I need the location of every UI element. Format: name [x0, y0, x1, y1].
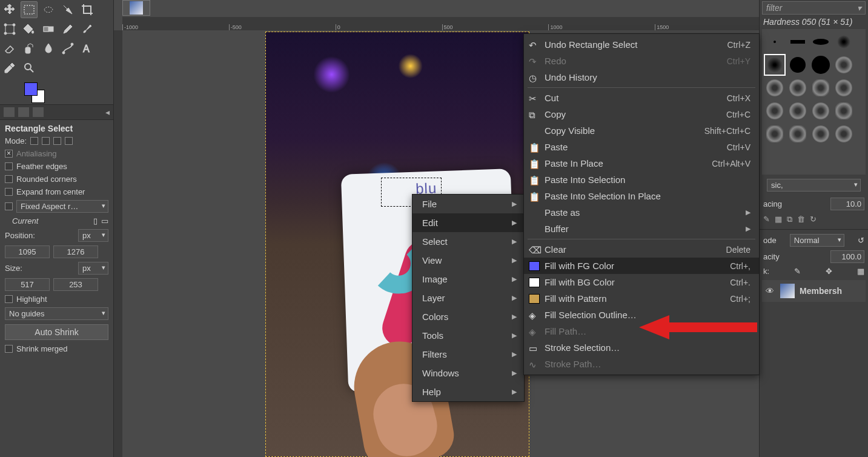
mode-reset-icon[interactable]: ↺ — [858, 236, 864, 245]
layer-mode-combo[interactable]: Normal — [790, 234, 844, 247]
tab-device-icon[interactable] — [18, 107, 29, 117]
rounded-row[interactable]: Rounded corners — [0, 173, 113, 185]
lock-pixels-icon[interactable]: ✎ — [794, 267, 801, 276]
tab-images-icon[interactable] — [33, 107, 44, 117]
edit-paste[interactable]: 📋PasteCtrl+V — [524, 139, 759, 155]
brush-item[interactable] — [810, 77, 832, 99]
brush-item[interactable] — [787, 77, 809, 99]
clone-tool[interactable] — [21, 40, 38, 57]
antialiasing-row[interactable]: Antialiasing — [0, 147, 113, 160]
menu-image[interactable]: Image▶ — [412, 270, 524, 289]
color-picker-tool[interactable] — [1, 59, 18, 76]
zoom-tool[interactable] — [21, 59, 38, 76]
rounded-checkbox[interactable] — [5, 175, 13, 183]
edit-fill-sel-outline[interactable]: ◈Fill Selection Outline… — [524, 307, 759, 323]
color-swatches[interactable] — [24, 82, 48, 104]
eraser-tool[interactable] — [1, 40, 18, 57]
edit-brush-icon[interactable]: ✎ — [763, 215, 770, 224]
landscape-icon[interactable]: ▭ — [101, 216, 108, 225]
menu-file[interactable]: File▶ — [412, 195, 524, 213]
move-tool[interactable] — [1, 1, 18, 18]
brush-item[interactable] — [787, 123, 809, 145]
opacity-value[interactable]: 100.0 — [830, 250, 864, 263]
highlight-row[interactable]: Highlight — [0, 293, 113, 305]
menu-windows[interactable]: Windows▶ — [412, 364, 524, 382]
menu-tools[interactable]: Tools▶ — [412, 326, 524, 345]
brush-item[interactable] — [833, 77, 855, 99]
edit-fill-pattern[interactable]: Fill with PatternCtrl+; — [524, 290, 759, 307]
path-tool[interactable] — [59, 40, 76, 57]
portrait-icon[interactable]: ▯ — [93, 216, 98, 225]
menu-filters[interactable]: Filters▶ — [412, 345, 524, 364]
brush-item[interactable] — [833, 54, 855, 76]
edit-stroke-sel[interactable]: ▭Stroke Selection… — [524, 339, 759, 356]
auto-shrink-button[interactable]: Auto Shrink — [5, 324, 108, 340]
pencil-tool[interactable] — [59, 21, 76, 38]
duplicate-brush-icon[interactable]: ⧉ — [787, 215, 792, 224]
edit-paste-into-sel-ip[interactable]: 📋Paste Into Selection In Place — [524, 188, 759, 204]
menu-colors[interactable]: Colors▶ — [412, 307, 524, 326]
mode-subtract-icon[interactable] — [53, 137, 61, 145]
size-w[interactable]: 517 — [5, 278, 50, 291]
brush-item[interactable] — [787, 54, 809, 76]
feather-checkbox[interactable] — [5, 162, 13, 170]
menu-edit[interactable]: Edit▶ — [412, 213, 524, 232]
brush-preset-combo[interactable]: sic, — [767, 179, 861, 192]
smudge-tool[interactable] — [40, 40, 57, 57]
edit-paste-as[interactable]: Paste as▶ — [524, 204, 759, 221]
edit-redo[interactable]: ↷RedoCtrl+Y — [524, 53, 759, 69]
paintbrush-tool[interactable] — [79, 21, 96, 38]
edit-copy[interactable]: ⧉CopyCtrl+C — [524, 106, 759, 122]
delete-brush-icon[interactable]: 🗑 — [797, 215, 805, 224]
feather-row[interactable]: Feather edges — [0, 160, 113, 173]
layer-name[interactable]: Membersh — [800, 286, 842, 296]
bucket-fill-tool[interactable] — [21, 21, 38, 38]
brush-item[interactable] — [764, 100, 786, 122]
lock-position-icon[interactable]: ✥ — [826, 267, 832, 276]
position-unit[interactable]: px — [78, 229, 108, 242]
menu-layer[interactable]: Layer▶ — [412, 289, 524, 307]
edit-fill-fg[interactable]: Fill with FG ColorCtrl+, — [524, 258, 759, 274]
mode-add-icon[interactable] — [42, 137, 50, 145]
edit-stroke-path[interactable]: ∿Stroke Path… — [524, 356, 759, 372]
brush-item-selected[interactable] — [764, 54, 786, 76]
edit-fill-bg[interactable]: Fill with BG ColorCtrl+. — [524, 274, 759, 290]
brush-item[interactable] — [787, 31, 809, 53]
brush-item[interactable] — [764, 31, 786, 53]
size-h[interactable]: 253 — [53, 278, 98, 291]
brush-item[interactable] — [833, 31, 855, 53]
gradient-tool[interactable] — [40, 21, 57, 38]
mode-replace-icon[interactable] — [30, 137, 38, 145]
antialiasing-checkbox[interactable] — [5, 150, 13, 158]
brush-item[interactable] — [764, 77, 786, 99]
shrink-merged-checkbox[interactable] — [5, 345, 13, 353]
menu-view[interactable]: View▶ — [412, 251, 524, 270]
fuzzy-select-tool[interactable] — [59, 1, 76, 18]
spacing-value[interactable]: 10.0 — [830, 198, 864, 210]
brush-item[interactable] — [810, 123, 832, 145]
edit-clear[interactable]: ⌫ClearDelete — [524, 241, 759, 258]
fixed-checkbox[interactable] — [5, 202, 13, 210]
mode-intersect-icon[interactable] — [65, 137, 73, 145]
brush-item[interactable] — [810, 31, 832, 53]
expand-checkbox[interactable] — [5, 188, 13, 196]
brush-item[interactable] — [810, 100, 832, 122]
brush-item[interactable] — [764, 123, 786, 145]
edit-undo-history[interactable]: ◷Undo History — [524, 69, 759, 85]
menu-select[interactable]: Select▶ — [412, 232, 524, 251]
brush-item[interactable] — [787, 100, 809, 122]
fixed-row[interactable]: Fixed Aspect r… — [0, 198, 113, 215]
tab-tool-options-icon[interactable] — [4, 107, 15, 117]
position-y[interactable]: 1276 — [53, 245, 98, 258]
edit-copy-visible[interactable]: Copy VisibleShift+Ctrl+C — [524, 122, 759, 139]
position-x[interactable]: 1095 — [5, 245, 50, 258]
lock-alpha-icon[interactable]: ▦ — [857, 267, 864, 276]
highlight-checkbox[interactable] — [5, 295, 13, 303]
expand-row[interactable]: Expand from center — [0, 185, 113, 198]
crop-tool[interactable] — [79, 1, 96, 18]
text-tool[interactable]: A — [79, 40, 96, 57]
edit-cut[interactable]: ✂CutCtrl+X — [524, 90, 759, 106]
dropdown-icon[interactable]: ▾ — [857, 3, 861, 13]
aspect-value[interactable]: Current — [5, 216, 90, 225]
edit-paste-into-sel[interactable]: 📋Paste Into Selection — [524, 172, 759, 188]
